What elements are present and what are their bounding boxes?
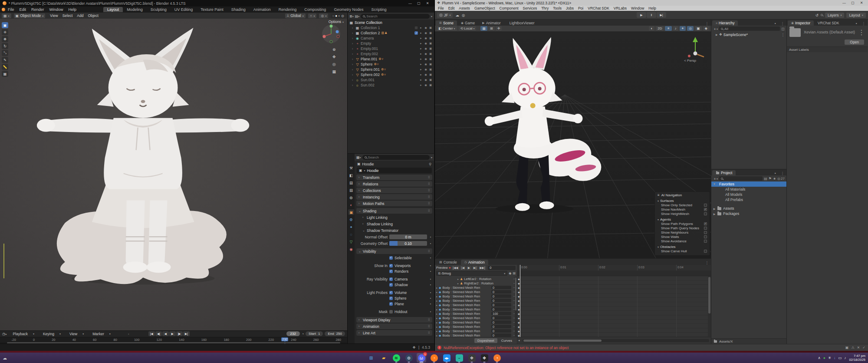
download-tray-icon[interactable]: ↓ <box>834 356 835 360</box>
menu-item[interactable]: GameObject <box>472 6 497 10</box>
properties-tab-icon[interactable]: ✦ <box>348 224 354 230</box>
disable-render-icon[interactable]: ▣ <box>429 47 432 50</box>
scene-row[interactable]: ▶ ❖ SampleScene* ⋮ <box>711 32 786 37</box>
visibility-panel-header[interactable]: ⌄Visibility⠿ <box>356 248 432 254</box>
exclude-checkbox[interactable] <box>414 31 418 35</box>
expand-arrow-icon[interactable]: › <box>352 63 354 66</box>
preview-button[interactable]: Preview <box>436 266 448 270</box>
hide-viewport-icon[interactable]: ◉ <box>424 52 427 56</box>
keyframe-diamond-icon[interactable]: ◆ <box>518 295 520 298</box>
workspace-tab[interactable]: Compositing <box>300 7 330 12</box>
nav-overlay-row[interactable]: Show Path Query Nodes <box>658 226 707 230</box>
create-dropdown[interactable]: ＋▾ <box>713 26 718 31</box>
next-key-button[interactable]: ▶| <box>472 266 478 270</box>
disable-render-icon[interactable]: ▣ <box>429 57 432 61</box>
selectable-icon[interactable]: ▸ <box>419 42 423 45</box>
animated-property-row[interactable]: ▸ Body : Skinned Mesh Ren 0 − <box>435 329 517 333</box>
menu-item[interactable]: Component <box>497 6 521 10</box>
keyframe-diamond-icon[interactable]: ◆ <box>518 290 520 294</box>
normal-offset-field[interactable]: 0 m <box>389 234 427 239</box>
hide-viewport-icon[interactable]: ◉ <box>424 31 427 35</box>
keyframe-diamond-icon[interactable]: ◆ <box>518 312 520 315</box>
selectable-icon[interactable]: ▸ <box>419 83 423 87</box>
search-icon[interactable] <box>821 14 823 16</box>
property-value-field[interactable]: 0 <box>491 333 511 337</box>
property-value-field[interactable]: 0 <box>491 325 511 328</box>
blender-3d-viewport[interactable]: ▣✛✥↻⤡✎📏▦ Options▾ ⊕✥◎▦ <box>0 19 347 330</box>
timeline-menu-item[interactable]: Keying▾ <box>39 332 65 336</box>
selectable-icon[interactable]: ▸ <box>419 73 423 76</box>
animate-property-icon[interactable]: • <box>429 256 432 259</box>
nav-overlay-row[interactable]: Agents <box>658 217 707 221</box>
file-explorer-icon[interactable]: ▰ <box>379 353 388 363</box>
properties-tab-icon[interactable]: ◧ <box>348 172 354 178</box>
properties-scrollbar[interactable] <box>515 277 517 337</box>
expand-arrow-icon[interactable]: ▸ <box>457 277 459 280</box>
selectable-icon[interactable]: ▸ <box>419 78 423 82</box>
shading-mode-icon[interactable]: ○ <box>332 14 334 18</box>
menu-item[interactable]: Render <box>29 7 47 12</box>
animated-property-row[interactable]: ▸ Body : Skinned Mesh Ren 0 − <box>435 303 517 307</box>
windows-start-icon[interactable]: ⊞ <box>366 353 376 363</box>
project-tree-row[interactable]: All Models <box>711 192 786 197</box>
snap-toggle[interactable]: ∩▾ <box>308 13 317 18</box>
nav-overlay-row[interactable]: Obstacles <box>658 244 707 249</box>
record-button[interactable]: ● <box>449 266 451 270</box>
inspector-tab[interactable]: ◉Inspector <box>788 20 814 26</box>
maximize-button[interactable]: ▢ <box>414 1 423 5</box>
outliner-row[interactable]: › ▦ Collection 2 ▥♟ ▸ ◉ ▣ <box>348 30 434 36</box>
outliner-display-mode-icon[interactable]: ▤▾ <box>355 14 360 18</box>
properties-tab-icon[interactable]: ◐ <box>348 202 354 208</box>
menu-item[interactable]: Window <box>47 7 66 12</box>
viewport-tool-button[interactable]: ⤡ <box>2 50 8 56</box>
workspace-tab[interactable]: Geometry Nodes <box>330 7 367 12</box>
expand-arrow-icon[interactable]: › <box>352 84 354 87</box>
drag-dots-icon[interactable]: ⠿ <box>428 318 430 322</box>
keyframe-diamond-icon[interactable]: ◆ <box>518 286 520 289</box>
frame-end-field[interactable]: End250 <box>325 331 345 336</box>
unity-editor-icon[interactable]: ❖ <box>480 353 489 363</box>
grid-snap-icon[interactable]: ✛ <box>496 26 502 31</box>
expand-arrow-icon[interactable]: › <box>352 79 354 82</box>
undo-history-icon[interactable]: ↺ <box>815 13 819 17</box>
drag-dots-icon[interactable]: ⠿ <box>428 331 430 335</box>
workspace-tab[interactable]: Scripting <box>367 7 390 12</box>
selectable-icon[interactable]: ▸ <box>419 31 423 35</box>
timeline-menu-item[interactable]: View▾ <box>65 332 88 336</box>
minimize-button[interactable]: — <box>840 1 848 5</box>
timeline-editor-type-icon[interactable]: ◷▾ <box>2 332 7 336</box>
hide-viewport-icon[interactable]: ◉ <box>424 57 427 61</box>
keyframe-diamond-icon[interactable]: ◆ <box>518 321 520 324</box>
spotify-icon[interactable]: ≋ <box>391 353 401 363</box>
firefox-icon[interactable]: ◔ <box>429 353 439 363</box>
properties-options-icon[interactable]: ▾ <box>431 156 432 159</box>
property-panel-header[interactable]: › Relations⠿ <box>356 181 432 187</box>
viewport-nav-icon[interactable]: ▦ <box>332 69 336 74</box>
favorites-filter-icon[interactable]: ★ <box>773 177 776 181</box>
workspace-tab[interactable]: Modeling <box>123 7 147 12</box>
hide-viewport-icon[interactable]: ◉ <box>424 42 427 45</box>
expand-arrow-icon[interactable]: ▸ <box>436 290 437 294</box>
outliner-row[interactable]: › ▽ Sphere.002 ⚙▿ ▸ ◉ ▣ <box>348 72 434 77</box>
drag-dots-icon[interactable]: ⠿ <box>428 189 430 192</box>
asset-options-icon[interactable]: ⋮ <box>858 28 865 36</box>
taskbar-clock[interactable]: 7:47 pm 02/18/2025 <box>849 354 865 362</box>
selectable-icon[interactable]: ▸ <box>419 26 423 30</box>
expand-arrow-icon[interactable]: › <box>352 73 354 76</box>
expand-arrow-icon[interactable]: ▸ <box>436 295 437 298</box>
camera-preview-icon[interactable]: ▣ <box>695 26 702 31</box>
disable-render-icon[interactable]: ▣ <box>429 26 432 30</box>
expand-arrow-icon[interactable]: › <box>352 37 354 40</box>
project-tree-row[interactable]: All Materials <box>711 187 786 192</box>
hidden-count[interactable]: ◎27 <box>777 177 785 181</box>
animated-property-row[interactable]: ▸ Body : Skinned Mesh Ren 0 − <box>435 298 517 303</box>
playback-button[interactable]: |▶ <box>176 331 183 336</box>
object-name-field[interactable]: ▣▾ Hoodie <box>357 168 432 173</box>
layout-dropdown[interactable]: Layout▾ <box>846 13 866 18</box>
playback-button[interactable]: ▶| <box>183 331 190 336</box>
expand-arrow-icon[interactable]: › <box>352 68 354 71</box>
view-tab[interactable]: ⊞ Scene <box>436 20 457 26</box>
close-button[interactable]: ✕ <box>423 1 432 5</box>
expand-arrow-icon[interactable]: ▶ <box>713 207 716 210</box>
selectable-icon[interactable]: ▸ <box>419 52 423 56</box>
